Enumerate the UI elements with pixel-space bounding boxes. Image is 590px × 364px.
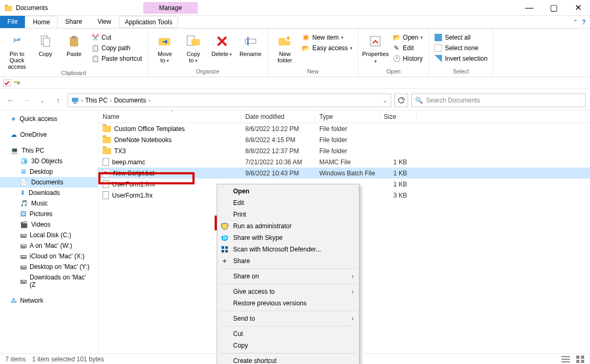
svg-rect-1 (5, 5, 8, 6)
sidebar-item-desktop-mac[interactable]: 🖴Desktop on 'Mac' (Y:) (0, 262, 98, 272)
copy-path-button[interactable]: 📋Copy path (89, 43, 144, 53)
history-button[interactable]: 🕑History (390, 54, 425, 63)
ctx-restore-versions[interactable]: Restore previous versions (217, 297, 359, 309)
ctx-run-as-admin[interactable]: Run as administrator (217, 220, 359, 232)
column-name[interactable]: ⌃Name (98, 110, 241, 123)
paste-button[interactable]: Paste (60, 32, 88, 57)
breadcrumb-bar[interactable]: › This PC › Documents › ⌄ (68, 94, 391, 107)
ctx-give-access[interactable]: Give access to› (217, 286, 359, 297)
copy-button[interactable]: Copy (32, 32, 59, 57)
file-row[interactable]: beep.mamc7/21/2022 10:36 AMMAMC File1 KB (98, 156, 590, 167)
delete-button[interactable]: Delete (208, 32, 236, 58)
sidebar-item-downloads-mac[interactable]: 🖴Downloads on 'Mac' (Z (0, 272, 98, 290)
rename-button[interactable]: Rename (237, 32, 264, 57)
file-icon (103, 158, 109, 166)
svg-rect-28 (561, 356, 570, 357)
back-button[interactable]: ← (4, 96, 17, 105)
properties-button[interactable]: Properties (362, 32, 389, 64)
edit-button[interactable]: ✎Edit (390, 43, 425, 53)
ctx-send-to[interactable]: Send to› (217, 313, 359, 324)
new-folder-button[interactable]: New folder (271, 32, 299, 63)
edit-icon: ✎ (392, 44, 401, 52)
refresh-button[interactable] (394, 94, 408, 107)
select-all-button[interactable]: Select all (432, 33, 490, 42)
sidebar-item-network[interactable]: 🖧Network (0, 295, 98, 306)
ctx-skype[interactable]: SShare with Skype (217, 232, 359, 244)
sidebar-item-a-mac[interactable]: 🖴A on 'Mac' (W:) (0, 240, 98, 251)
sidebar-item-onedrive[interactable]: ☁OneDrive (0, 129, 98, 140)
file-row[interactable]: Custom Office Templates8/6/2022 10:22 PM… (98, 123, 590, 134)
breadcrumb-current[interactable]: Documents (114, 97, 146, 104)
file-date: 9/6/2022 10:43 PM (241, 170, 315, 177)
sidebar-item-icloud-mac[interactable]: 🖴iCloud on 'Mac' (X:) (0, 251, 98, 262)
select-none-button[interactable]: Select none (432, 43, 490, 53)
sidebar-item-music[interactable]: 🎵Music (0, 198, 98, 209)
up-button[interactable]: ↑ (52, 96, 64, 105)
easy-access-button[interactable]: 📂Easy access (300, 43, 355, 53)
thumbnails-view-button[interactable] (576, 356, 585, 363)
column-type[interactable]: Type (315, 110, 380, 123)
checkbox-icon[interactable] (3, 79, 11, 87)
file-row[interactable]: OneNote Notebooks8/8/2022 4:15 PMFile fo… (98, 134, 590, 145)
new-item-icon: ✴️ (302, 33, 310, 42)
column-size[interactable]: Size (380, 110, 417, 123)
view-tab[interactable]: View (90, 16, 119, 28)
ctx-defender[interactable]: Scan with Microsoft Defender... (217, 244, 359, 255)
sidebar-item-quick-access[interactable]: ★Quick access (0, 114, 98, 124)
paste-shortcut-button[interactable]: 📋Paste shortcut (89, 54, 144, 63)
ribbon-collapse-icon[interactable]: ⌃ (573, 18, 578, 26)
file-name: UserForm1.frx (112, 192, 153, 199)
column-date[interactable]: Date modified (241, 110, 315, 123)
maximize-button[interactable]: ▢ (541, 0, 566, 16)
sidebar-item-desktop[interactable]: 🖥Desktop (0, 166, 98, 177)
close-button[interactable]: ✕ (566, 0, 590, 16)
file-tab[interactable]: File (0, 16, 25, 28)
pin-to-quick-access-button[interactable]: Pin to Quick access (3, 32, 31, 70)
forward-button[interactable]: → (20, 96, 33, 105)
breadcrumb-root[interactable]: This PC (85, 97, 108, 104)
ctx-cut[interactable]: Cut (217, 328, 359, 340)
file-date: 7/21/2022 10:36 AM (241, 158, 315, 166)
manage-contextual-tab[interactable]: Manage (143, 2, 198, 14)
home-tab[interactable]: Home (25, 16, 58, 28)
ctx-copy[interactable]: Copy (217, 340, 359, 351)
chevron-down-icon[interactable]: ▾ (17, 79, 20, 87)
search-box[interactable]: 🔍 Search Documents (411, 94, 586, 107)
ctx-print[interactable]: Print (217, 209, 359, 220)
skype-icon: S (220, 234, 229, 242)
sidebar-item-downloads[interactable]: ⬇Downloads (0, 188, 98, 198)
share-tab[interactable]: Share (58, 16, 90, 28)
breadcrumb-dropdown[interactable]: ⌄ (382, 97, 388, 104)
application-tools-tab[interactable]: Application Tools (119, 16, 178, 28)
recent-locations-dropdown[interactable]: ⌄ (36, 98, 49, 104)
sidebar-item-pictures[interactable]: 🖼Pictures (0, 209, 98, 219)
file-row[interactable]: TX38/8/2022 12:37 PMFile folder (98, 145, 590, 156)
sidebar-item-3d-objects[interactable]: 🧊3D Objects (0, 156, 98, 166)
minimize-button[interactable]: — (517, 0, 541, 16)
chevron-right-icon: › (352, 315, 354, 322)
copy-to-button[interactable]: Copy to (180, 32, 207, 64)
new-item-button[interactable]: ✴️New item (300, 33, 355, 42)
sidebar-item-videos[interactable]: 🎬Videos (0, 219, 98, 230)
ctx-open[interactable]: Open (217, 185, 359, 197)
select-all-icon (434, 33, 443, 42)
pc-icon (71, 97, 79, 104)
sidebar-item-this-pc[interactable]: 💻This PC (0, 145, 98, 156)
ribbon-group-clipboard: Pin to Quick access Copy Paste ✂️Cut 📋Co… (0, 29, 148, 77)
ctx-share[interactable]: Share (217, 255, 359, 267)
select-none-icon (434, 44, 443, 52)
details-view-button[interactable] (561, 356, 570, 363)
open-button[interactable]: 📂Open (390, 33, 425, 42)
ribbon-group-open: Properties 📂Open ✎Edit 🕑History Open (358, 29, 429, 77)
ctx-share-on[interactable]: Share on› (217, 270, 359, 282)
move-to-button[interactable]: Move to (151, 32, 179, 64)
file-size: 3 KB (380, 192, 417, 199)
cut-button[interactable]: ✂️Cut (89, 33, 144, 42)
sidebar-item-local-disk[interactable]: 🖴Local Disk (C:) (0, 230, 98, 240)
sidebar-item-documents[interactable]: 📄Documents (0, 177, 98, 188)
help-icon[interactable]: ? (582, 18, 586, 26)
file-row[interactable]: New Script.bat9/6/2022 10:43 PMWindows B… (98, 167, 590, 179)
ctx-edit[interactable]: Edit (217, 197, 359, 209)
invert-selection-button[interactable]: Invert selection (432, 54, 490, 63)
file-name: UserForm1.frm (112, 181, 155, 188)
